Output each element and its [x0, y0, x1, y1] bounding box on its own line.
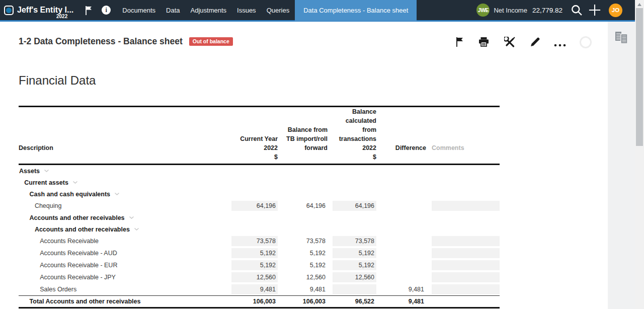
table-row[interactable]: Accounts Receivable73,57873,57873,578 — [19, 235, 500, 247]
table-row[interactable]: Accounts Receivable - AUD5,1925,1925,192 — [19, 247, 500, 259]
col-header-tb-import: Balance from TB import/roll forward — [280, 125, 330, 164]
comments-cell[interactable] — [431, 271, 500, 283]
comments-cell[interactable] — [431, 259, 500, 271]
row-label: Accounts Receivable — [40, 238, 99, 245]
col-header-current-year: Current Year 2022 $ — [231, 134, 280, 164]
row-description: Accounts Receivable - EUR — [19, 259, 231, 271]
more-icon[interactable] — [553, 40, 567, 49]
flag-icon[interactable] — [85, 6, 93, 15]
row-label: Chequing — [35, 202, 62, 209]
nav-item-data[interactable]: Data — [166, 7, 180, 14]
table-row[interactable]: Sales Orders9,4819,4819,481 — [19, 283, 500, 295]
table-row[interactable]: Accounts and other receivables — [19, 223, 500, 235]
tb-import-cell: 5,192 — [280, 259, 330, 271]
comments-cell[interactable] — [431, 283, 500, 295]
tab-data-completeness-balance-sheet[interactable]: Data Completeness - Balance sheet — [295, 0, 417, 21]
calculated-cell: 5,192 — [333, 259, 378, 271]
col-header-description: Description — [19, 143, 231, 164]
difference-cell: 9,481 — [378, 283, 428, 295]
app-logo[interactable] — [4, 6, 14, 15]
tb-import-cell: 9,481 — [280, 283, 330, 295]
current-year-cell: 106,003 — [231, 296, 280, 307]
difference-cell — [378, 247, 428, 259]
table-body: AssetsCurrent assetsCash and cash equiva… — [19, 165, 500, 308]
entity-badge[interactable]: JWE — [476, 4, 490, 17]
top-nav: DocumentsDataAdjustmentsIssuesQueries — [122, 0, 289, 20]
page-header: 1-2 Data Completeness - Balance sheet Ou… — [19, 36, 233, 47]
table-row[interactable]: Accounts Receivable - EUR5,1925,1925,192 — [19, 259, 500, 271]
add-icon[interactable] — [588, 3, 602, 17]
tb-import-cell: 73,578 — [280, 235, 330, 247]
status-badge: Out of balance — [189, 37, 233, 46]
col-header-comments: Comments — [431, 143, 500, 164]
difference-cell — [378, 235, 428, 247]
table-row[interactable]: Cash and cash equivalents — [19, 188, 500, 200]
print-icon[interactable] — [478, 37, 490, 49]
documents-panel-icon[interactable] — [613, 31, 629, 45]
difference-cell — [378, 271, 428, 283]
row-label: Sales Orders — [40, 286, 76, 293]
tools-icon[interactable] — [504, 37, 516, 50]
table-header: Description Current Year 2022 $ Balance … — [19, 106, 500, 165]
difference-cell — [378, 200, 428, 212]
net-income-label: Net Income — [494, 7, 527, 14]
chevron-down-icon[interactable] — [134, 227, 139, 231]
chevron-down-icon[interactable] — [129, 216, 134, 219]
side-panel — [608, 22, 635, 309]
chevron-down-icon[interactable] — [114, 192, 120, 196]
nav-item-documents[interactable]: Documents — [122, 7, 155, 14]
comments-cell[interactable] — [431, 247, 500, 259]
table-row[interactable]: Chequing64,19664,19664,196 — [19, 200, 500, 212]
difference-cell — [378, 259, 428, 271]
status-ring-icon — [580, 36, 592, 48]
row-label: Assets — [19, 168, 40, 175]
info-icon[interactable]: i — [102, 6, 111, 15]
calculated-cell: 64,196 — [333, 200, 378, 212]
chevron-down-icon[interactable] — [44, 169, 49, 173]
row-label: Cash and cash equivalents — [30, 191, 110, 198]
calculated-cell: 96,522 — [333, 296, 378, 307]
scrollbar-up-arrow[interactable] — [637, 3, 641, 6]
chevron-down-icon[interactable] — [72, 181, 78, 184]
current-year-cell: 64,196 — [231, 200, 280, 212]
comments-cell[interactable] — [431, 235, 500, 247]
current-year-cell: 12,560 — [231, 271, 280, 283]
nav-item-queries[interactable]: Queries — [267, 7, 290, 14]
user-avatar[interactable]: JO — [609, 4, 622, 17]
top-bar: Jeff's Entity I... 2022 i DocumentsDataA… — [0, 0, 635, 22]
search-icon[interactable] — [570, 3, 584, 17]
net-income-value: 22,779.82 — [532, 7, 562, 14]
calculated-cell — [333, 283, 378, 295]
page-title: 1-2 Data Completeness - Balance sheet — [19, 36, 183, 47]
nav-item-adjustments[interactable]: Adjustments — [191, 7, 227, 14]
table-row[interactable]: Assets — [19, 165, 500, 177]
row-description: Accounts Receivable - JPY — [19, 271, 231, 283]
row-label: Accounts and other receivables — [35, 226, 130, 233]
financial-data-table: Description Current Year 2022 $ Balance … — [19, 106, 500, 308]
comments-cell[interactable] — [431, 200, 500, 212]
table-row[interactable]: Accounts Receivable - JPY12,56012,56012,… — [19, 271, 500, 283]
logo-dot — [6, 8, 12, 13]
table-row[interactable]: Current assets — [19, 177, 500, 188]
row-label: Accounts and other receivables — [30, 214, 125, 221]
flag-document-icon[interactable] — [455, 37, 464, 49]
row-label: Accounts Receivable - EUR — [40, 262, 117, 269]
row-description: Accounts and other receivables — [19, 212, 500, 223]
scrollbar-thumb[interactable] — [636, 8, 643, 146]
row-label: Accounts Receivable - JPY — [40, 274, 116, 281]
row-description: Sales Orders — [19, 283, 231, 295]
table-row[interactable]: Total Accounts and other receivables106,… — [19, 295, 500, 308]
calculated-cell: 12,560 — [333, 271, 378, 283]
calculated-cell: 73,578 — [333, 235, 378, 247]
row-description: Assets — [19, 165, 500, 177]
row-label: Current assets — [24, 179, 68, 186]
row-label: Total Accounts and other receivables — [30, 298, 141, 305]
nav-item-issues[interactable]: Issues — [237, 7, 256, 14]
row-label: Accounts Receivable - AUD — [40, 250, 117, 257]
tb-import-cell: 106,003 — [280, 296, 330, 307]
difference-cell: 9,481 — [378, 296, 428, 307]
edit-icon[interactable] — [530, 37, 540, 49]
current-year-cell: 73,578 — [231, 235, 280, 247]
table-row[interactable]: Accounts and other receivables — [19, 212, 500, 223]
comments-cell — [431, 296, 500, 307]
